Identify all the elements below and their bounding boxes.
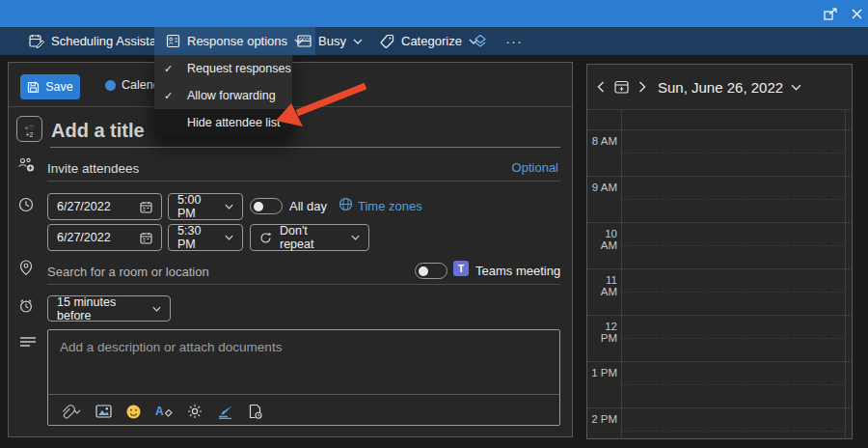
invite-attendees-input[interactable]: [47, 158, 462, 178]
svg-text:A: A: [155, 405, 164, 418]
chevron-down-icon: [225, 235, 233, 240]
teams-icon: T: [453, 261, 469, 276]
repeat-value: Don't repeat: [280, 224, 343, 251]
hour-row[interactable]: 12 PM: [587, 315, 852, 361]
teams-meeting-toggle[interactable]: [415, 263, 448, 279]
hour-row[interactable]: 11 AM: [587, 268, 852, 315]
go-to-date-icon[interactable]: [614, 80, 629, 94]
menu-item-label: Allow forwarding: [187, 89, 276, 102]
chevron-down-icon: [351, 235, 360, 240]
reminder-field[interactable]: 15 minutes before: [47, 295, 171, 322]
optional-attendees-link[interactable]: Optional: [512, 160, 558, 175]
globe-icon: [339, 197, 353, 211]
close-icon[interactable]: [852, 9, 862, 19]
hour-row[interactable]: 1 PM: [587, 361, 852, 407]
repeat-field[interactable]: Don't repeat: [250, 224, 369, 251]
response-options-menu: ✓ Request responses ✓ Allow forwarding H…: [154, 55, 292, 136]
time-grid: 8 AM9 AM10 AM11 AM12 PM1 PM2 PM: [587, 110, 852, 439]
menu-item-allow-forwarding[interactable]: ✓ Allow forwarding: [154, 82, 292, 109]
description-divider: [48, 394, 559, 395]
categorize-tag-icon: [380, 34, 394, 48]
brightness-icon[interactable]: [187, 404, 203, 419]
emoji-icon[interactable]: [126, 405, 141, 419]
response-options-icon: [166, 34, 180, 48]
partial-hour-spacer: [587, 110, 852, 129]
toggle-knob: [419, 266, 428, 276]
busy-label: Busy: [318, 34, 346, 48]
checkmark-icon: ✓: [164, 63, 179, 75]
scheduling-poll-icon[interactable]: [473, 27, 488, 55]
description-box: A: [47, 329, 560, 426]
categorize-button[interactable]: Categorize: [380, 27, 478, 55]
response-options-label: Response options: [187, 34, 287, 48]
invite-attendees-icon: [18, 157, 36, 173]
hour-label: 8 AM: [587, 135, 617, 147]
signature-pen-icon[interactable]: [217, 405, 234, 419]
font-style-icon[interactable]: A: [155, 405, 173, 419]
ellipsis-icon: ···: [505, 33, 523, 49]
next-day-button[interactable]: [638, 81, 646, 93]
chevron-down-icon: [152, 306, 161, 312]
calendar-header: Sun, June 26, 2022: [587, 65, 852, 110]
save-icon: [27, 81, 40, 94]
scheduling-assistant-icon: [29, 34, 44, 48]
popout-icon[interactable]: [824, 8, 838, 20]
scheduling-assistant-button[interactable]: Scheduling Assistant: [29, 27, 167, 55]
hour-label: 12 PM: [587, 321, 617, 344]
hour-row[interactable]: 2 PM: [587, 407, 852, 439]
menu-item-request-responses[interactable]: ✓ Request responses: [154, 55, 292, 82]
description-input[interactable]: [48, 330, 559, 392]
end-date-field[interactable]: 6/27/2022: [47, 224, 162, 251]
insert-image-icon[interactable]: [95, 405, 112, 418]
all-day-toggle[interactable]: [250, 198, 283, 214]
event-charm-picker-button[interactable]: ∘♡ +2: [16, 116, 42, 142]
hour-row[interactable]: 10 AM: [587, 222, 852, 268]
end-date-value: 6/27/2022: [57, 231, 132, 244]
menu-item-label: Hide attendee list: [187, 116, 281, 129]
previous-day-button[interactable]: [597, 81, 605, 93]
start-time-value: 5:00 PM: [177, 193, 217, 220]
save-label: Save: [45, 80, 73, 94]
menu-item-hide-attendee-list[interactable]: Hide attendee list: [154, 109, 292, 136]
attendees-underline: [47, 181, 560, 182]
alarm-icon: [18, 298, 34, 314]
description-icon: [19, 336, 37, 348]
time-grid-rows: 8 AM9 AM10 AM11 AM12 PM1 PM2 PM: [587, 110, 852, 439]
loop-document-icon[interactable]: [249, 404, 262, 419]
more-options-button[interactable]: ···: [505, 27, 523, 55]
date-picker-button[interactable]: Sun, June 26, 2022: [658, 79, 801, 96]
save-button[interactable]: Save: [20, 74, 80, 99]
busy-icon: [297, 35, 312, 47]
repeat-icon: [259, 232, 272, 244]
location-underline: [47, 284, 560, 285]
chevron-down-icon: [791, 84, 801, 91]
response-options-button[interactable]: Response options: [154, 27, 315, 55]
hour-row[interactable]: 8 AM: [587, 129, 852, 176]
attach-file-icon[interactable]: [60, 405, 81, 419]
day-calendar-panel: Sun, June 26, 2022 8 AM9 AM10 AM11 AM12 …: [586, 64, 853, 439]
categorize-label: Categorize: [401, 34, 462, 48]
hour-label: 9 AM: [587, 182, 617, 193]
menu-item-label: Request responses: [187, 62, 291, 75]
clock-icon: [18, 197, 34, 212]
time-zones-link[interactable]: Time zones: [358, 199, 422, 213]
start-time-field[interactable]: 5:00 PM: [168, 193, 243, 220]
hour-row[interactable]: 9 AM: [587, 176, 852, 222]
description-toolbar: A: [60, 398, 262, 425]
hour-label: 10 AM: [587, 228, 617, 251]
scheduling-assistant-label: Scheduling Assistant: [51, 34, 167, 48]
calendar-picker-icon: [140, 201, 152, 213]
start-date-field[interactable]: 6/27/2022: [47, 193, 162, 220]
reminder-value: 15 minutes before: [57, 295, 145, 322]
hour-label: 11 AM: [587, 274, 617, 297]
chevron-down-icon: [353, 39, 363, 44]
all-day-label: All day: [289, 199, 327, 213]
charm-icon: ∘♡: [17, 125, 41, 131]
end-time-value: 5:30 PM: [177, 224, 217, 251]
chevron-down-icon: [225, 204, 233, 210]
hour-label: 1 PM: [587, 367, 617, 378]
location-input[interactable]: [47, 262, 375, 281]
event-toolbar: Scheduling Assistant Response options Bu…: [0, 27, 868, 55]
end-time-field[interactable]: 5:30 PM: [168, 224, 243, 251]
busy-status-button[interactable]: Busy: [297, 27, 363, 55]
